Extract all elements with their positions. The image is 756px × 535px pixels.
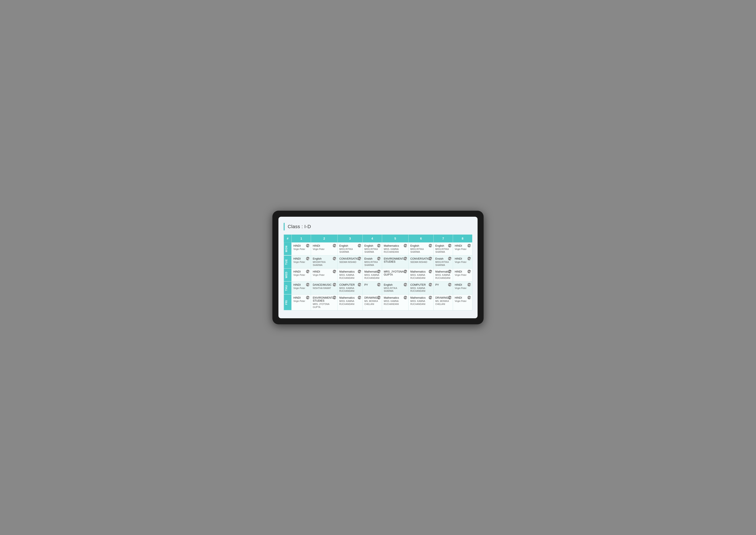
cell-teacher: MISS.RITIKA SHARMA	[435, 248, 451, 254]
edit-icon[interactable]: ✎	[448, 257, 451, 260]
schedule-cell[interactable]: ✎HINDIVirgin Peter	[453, 268, 472, 281]
schedule-cell[interactable]: ✎HINDIVirgin Peter	[292, 268, 311, 281]
schedule-cell[interactable]: ✎EnglishMISS.RITIKA SHARMA	[434, 242, 453, 255]
edit-icon[interactable]: ✎	[468, 283, 471, 286]
schedule-cell[interactable]: ✎MathematicsMISS. KAMNA RUCHANDANI	[382, 242, 408, 255]
edit-icon[interactable]: ✎	[358, 244, 361, 247]
cell-teacher: MISS. KAMNA RUCHANDANI	[410, 300, 432, 306]
edit-icon[interactable]: ✎	[358, 270, 361, 273]
schedule-cell[interactable]: ✎EnglishMISS.RITIKA SHARMA	[408, 242, 433, 255]
edit-icon[interactable]: ✎	[333, 296, 336, 299]
edit-icon[interactable]: ✎	[306, 283, 310, 286]
cell-teacher: Virgin Peter	[313, 248, 336, 251]
table-row: FRI✎HINDIVirgin Peter✎ENVIRONMENTAL STUD…	[284, 294, 472, 310]
cell-teacher: MS. MONIKA CHELANI	[435, 300, 451, 306]
schedule-cell[interactable]: ✎HINDIVirgin Peter	[453, 256, 472, 268]
cell-teacher: MISS.RITIKA SHARMA	[435, 261, 451, 267]
edit-icon[interactable]: ✎	[468, 244, 471, 247]
edit-icon[interactable]: ✎	[448, 283, 451, 286]
schedule-cell[interactable]: ✎HINDIVirgin Peter	[311, 242, 338, 255]
schedule-cell[interactable]: ✎EnsishMISS.RITIKA SHARMA	[363, 256, 382, 268]
cell-subject: ENVIRONMENTAL STUDIES	[384, 257, 407, 263]
day-label: MON	[284, 242, 292, 255]
edit-icon[interactable]: ✎	[468, 296, 471, 299]
schedule-cell[interactable]: ✎CONVERSATIONSEEMA NISHAD	[338, 256, 363, 268]
schedule-cell[interactable]: ✎MRS. JYOTSNA GUPTA	[382, 268, 408, 281]
schedule-cell[interactable]: ✎EnglishMISS.RITIKA SHARMA	[338, 242, 363, 255]
cell-teacher: MISS. KAMNA RUCHANDANI	[339, 274, 361, 279]
schedule-cell[interactable]: ✎HINDIVirgin Peter	[311, 268, 338, 281]
edit-icon[interactable]: ✎	[377, 270, 381, 273]
edit-icon[interactable]: ✎	[377, 244, 381, 247]
schedule-cell[interactable]: ✎MathematicsMISS. KAMNA RUCHANDANI	[434, 268, 453, 281]
edit-icon[interactable]: ✎	[306, 244, 310, 247]
schedule-cell[interactable]: ✎HINDIVirgin Peter	[292, 294, 311, 310]
edit-icon[interactable]: ✎	[358, 257, 361, 260]
edit-icon[interactable]: ✎	[333, 283, 336, 286]
edit-icon[interactable]: ✎	[377, 257, 381, 260]
schedule-cell[interactable]: ✎DANCE/MUSICNISHTHA RAWAT	[311, 281, 338, 294]
edit-icon[interactable]: ✎	[358, 296, 361, 299]
schedule-cell[interactable]: ✎HINDIVirgin Peter	[292, 256, 311, 268]
edit-icon[interactable]: ✎	[404, 296, 407, 299]
schedule-cell[interactable]: ✎EnglishMISS.RITIKA SHARMA	[382, 281, 408, 294]
schedule-cell[interactable]: ✎MathematicsMISS. KAMNA RUCHANDANI	[382, 294, 408, 310]
edit-icon[interactable]: ✎	[333, 244, 336, 247]
cell-teacher: MISS.RITIKA SHARMA	[410, 248, 432, 254]
cell-teacher: MISS.RITIKA SHARMA	[364, 248, 380, 254]
schedule-cell[interactable]: ✎HINDIVirgin Peter	[292, 281, 311, 294]
schedule-cell[interactable]: ✎HINDIVirgin Peter	[453, 242, 472, 255]
edit-icon[interactable]: ✎	[429, 244, 432, 247]
cell-subject: DANCE/MUSIC	[313, 283, 336, 286]
schedule-cell[interactable]: ✎EnglishMISS.RITIKA SHARMA	[363, 242, 382, 255]
schedule-cell[interactable]: ✎DRAWINGMS. MONIKA CHELANI	[434, 294, 453, 310]
edit-icon[interactable]: ✎	[448, 244, 451, 247]
schedule-cell[interactable]: ✎DRAWINGMS. MONIKA CHELANI	[363, 294, 382, 310]
schedule-cell[interactable]: ✎EnsishMISS.RITIKA SHARMA	[434, 256, 453, 268]
edit-icon[interactable]: ✎	[333, 257, 336, 260]
col-3: 3	[338, 235, 363, 242]
schedule-cell[interactable]: ✎MathematicsMISS. KAMNA RUCHANDANI	[338, 294, 363, 310]
screen: Class : I-D # 1 2 3 4 5 6 7 8 MON✎HINDIV…	[279, 217, 477, 318]
cell-teacher: MISS. KAMNA RUCHANDANI	[410, 274, 432, 279]
edit-icon[interactable]: ✎	[377, 296, 381, 299]
edit-icon[interactable]: ✎	[404, 283, 407, 286]
schedule-cell[interactable]: ✎MathematicsMISS. KAMNA RUCHANDANI	[363, 268, 382, 281]
schedule-cell[interactable]: ✎PY	[434, 281, 453, 294]
schedule-cell[interactable]: ✎COMPUTERMISS. KAMNA RUCHANDANI	[408, 281, 433, 294]
edit-icon[interactable]: ✎	[404, 257, 407, 260]
edit-icon[interactable]: ✎	[404, 244, 407, 247]
edit-icon[interactable]: ✎	[429, 283, 432, 286]
edit-icon[interactable]: ✎	[429, 296, 432, 299]
schedule-cell[interactable]: ✎COMPUTERMISS. KAMNA RUCHANDANI	[338, 281, 363, 294]
timetable: # 1 2 3 4 5 6 7 8 MON✎HINDIVirgin Peter✎…	[284, 235, 472, 311]
edit-icon[interactable]: ✎	[333, 270, 336, 273]
table-row: THU✎HINDIVirgin Peter✎DANCE/MUSICNISHTHA…	[284, 281, 472, 294]
schedule-cell[interactable]: ✎MathematicsMISS. KAMNA RUCHANDANI	[338, 268, 363, 281]
cell-teacher: Virgin Peter	[313, 274, 336, 277]
schedule-cell[interactable]: ✎ENVIRONMENTAL STUDIES	[382, 256, 408, 268]
cell-teacher: MISS. KAMNA RUCHANDANI	[435, 274, 451, 279]
schedule-cell[interactable]: ✎HINDIVirgin Peter	[292, 242, 311, 255]
schedule-cell[interactable]: ✎PY	[363, 281, 382, 294]
col-8: 8	[453, 235, 472, 242]
edit-icon[interactable]: ✎	[468, 257, 471, 260]
edit-icon[interactable]: ✎	[448, 296, 451, 299]
cell-subject: English	[384, 283, 407, 286]
edit-icon[interactable]: ✎	[358, 283, 361, 286]
schedule-cell[interactable]: ✎MathematicsMISS. KAMNA RUCHANDANI	[408, 294, 433, 310]
schedule-cell[interactable]: ✎HINDIVirgin Peter	[453, 294, 472, 310]
device-frame: Class : I-D # 1 2 3 4 5 6 7 8 MON✎HINDIV…	[272, 211, 484, 324]
class-title: Class : I-D	[288, 224, 311, 229]
schedule-cell[interactable]: ✎HINDIVirgin Peter	[453, 281, 472, 294]
schedule-cell[interactable]: ✎ENVIRONMENTAL STUDIESMRS. JYOTSNA GUPTA	[311, 294, 338, 310]
edit-icon[interactable]: ✎	[429, 257, 432, 260]
schedule-cell[interactable]: ✎EnglishMISSRITIKA SHARMA	[311, 256, 338, 268]
schedule-cell[interactable]: ✎CONVERSATIONSEEMA NISHAD	[408, 256, 433, 268]
edit-icon[interactable]: ✎	[377, 283, 381, 286]
cell-teacher: Virgin Peter	[455, 287, 471, 290]
cell-subject: ENVIRONMENTAL STUDIES	[313, 296, 336, 302]
cell-teacher: MISS.RITIKA SHARMA	[364, 261, 380, 267]
table-row: MON✎HINDIVirgin Peter✎HINDIVirgin Peter✎…	[284, 242, 472, 255]
schedule-cell[interactable]: ✎MathematicsMISS. KAMNA RUCHANDANI	[408, 268, 433, 281]
